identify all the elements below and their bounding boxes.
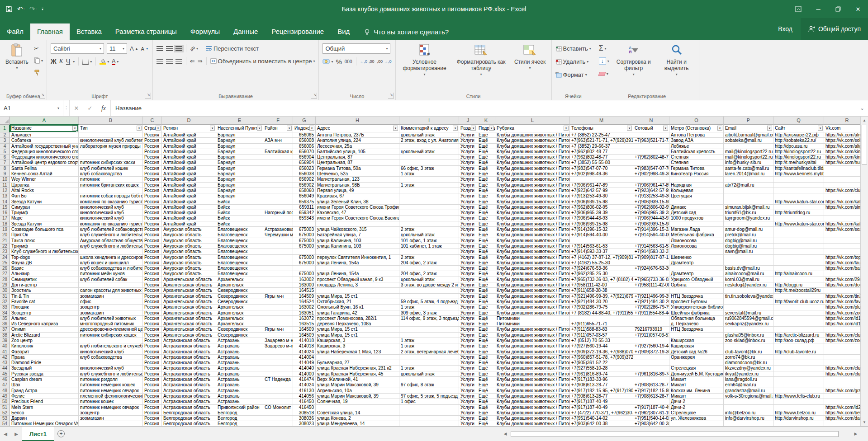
cell-L26[interactable]: Клубы домашних животных / Питомники	[495, 266, 570, 271]
cell-G28[interactable]: 163002	[293, 277, 316, 282]
cell-O43[interactable]	[669, 360, 724, 366]
cell-L43[interactable]: Клубы домашних животных / Питомники	[495, 360, 570, 366]
cell-C23[interactable]: Россия	[143, 249, 162, 254]
column-header-O[interactable]: O	[669, 117, 724, 125]
cell-E51[interactable]: Приволжский район	[216, 405, 263, 410]
cell-R2[interactable]: https://vk.com/almavet22	[824, 132, 860, 138]
cell-R29[interactable]: https://vk.com/doggi29	[824, 282, 860, 288]
cell-E47[interactable]: Астрахань	[216, 382, 263, 388]
cell-H8[interactable]: Германа Титова, 50а	[316, 166, 399, 171]
cell-E23[interactable]: Благовещенск	[216, 249, 263, 254]
cell-Q22[interactable]	[773, 244, 824, 249]
align-left-button[interactable]	[157, 56, 163, 66]
cell-Q15[interactable]	[773, 205, 824, 210]
cell-B25[interactable]: клуб кошек и шиншилл	[79, 260, 143, 266]
cell-D48[interactable]: Астраханская область	[162, 388, 216, 394]
cell-Q4[interactable]: http://dpo.asu.ru	[773, 144, 824, 149]
cell-G39[interactable]: 414018	[293, 338, 316, 343]
cell-G12[interactable]: 658060	[293, 188, 316, 193]
cell-N33[interactable]: +7(902)286-79-75	[633, 305, 669, 310]
cell-A47[interactable]: Шах	[10, 382, 79, 388]
cell-J38[interactable]: Услуги	[459, 333, 477, 338]
cell-A35[interactable]: Альянс	[10, 316, 79, 321]
filter-button[interactable]: ▾	[489, 126, 494, 131]
cell-H48[interactable]: Апрельская, 10а	[316, 388, 399, 394]
cell-N48[interactable]: +7(917)182-15-95	[633, 388, 669, 394]
row-header-40[interactable]: 40	[0, 343, 10, 349]
header-cell-O1[interactable]: Метро (Остановка)▾	[669, 125, 724, 132]
horizontal-scrollbar[interactable]: ◀ ▶	[501, 427, 860, 441]
cell-H12[interactable]: Первая улица, 49	[316, 188, 399, 193]
cell-B3[interactable]: кинологический клуб любительского собако…	[79, 138, 143, 143]
cell-A19[interactable]: Созвездие большого пса	[10, 227, 79, 232]
cell-G38[interactable]: 164509	[293, 333, 316, 338]
cell-L2[interactable]: Клубы домашних животных / Питомники	[495, 132, 570, 138]
cell-I22[interactable]: 101 кабинет, 1 этаж	[399, 244, 459, 249]
tab-page-layout[interactable]: Разметка страницы	[109, 23, 184, 40]
cell-N17[interactable]: +7(906)944-43-93	[633, 216, 669, 221]
cell-H5[interactable]: Балтийская улица, 105	[316, 149, 399, 155]
cell-H20[interactable]: Батарейная улица, 7	[316, 232, 399, 238]
font-size-combo[interactable]: 11▾	[107, 43, 127, 54]
cell-M44[interactable]: +7(927)558-10-28	[570, 366, 633, 371]
header-cell-L1[interactable]: Рубрика▾	[495, 125, 570, 132]
cell-R46[interactable]	[824, 377, 860, 382]
cell-E13[interactable]: Барнаул	[216, 193, 263, 199]
tab-home[interactable]: Главная	[30, 23, 70, 40]
cell-G42[interactable]: 414004	[293, 355, 316, 360]
column-header-M[interactable]: M	[570, 117, 633, 125]
cell-J14[interactable]: Услуги	[459, 199, 477, 205]
scroll-down-arrow[interactable]: ▼	[861, 418, 868, 426]
cell-D40[interactable]: Астраханская область	[162, 343, 216, 349]
cell-M39[interactable]: +7 (8512) 70-55-33	[570, 338, 633, 343]
cell-I9[interactable]: 1 этаж	[399, 171, 459, 177]
cell-J40[interactable]: Услуги	[459, 343, 477, 349]
cell-M16[interactable]: +7(906)965-39-39	[570, 210, 633, 216]
row-header-45[interactable]: 45	[0, 371, 10, 377]
cell-I29[interactable]: 3 этаж, во дворе между 2 и 3 п	[399, 282, 459, 288]
cell-R4[interactable]: https://vk.com/altgu	[824, 144, 860, 149]
cell-M5[interactable]: +7(962)802-48-77	[570, 149, 633, 155]
cell-J9[interactable]: Услуги	[459, 171, 477, 177]
cell-P14[interactable]	[724, 199, 773, 205]
cell-L20[interactable]: Клубы домашних животных / Питомники	[495, 232, 570, 238]
cell-L37[interactable]: Клубы домашних животных / Питомники	[495, 327, 570, 332]
cell-C54[interactable]: Россия	[143, 421, 162, 426]
cell-B27[interactable]: питомник мейн-кунов	[79, 271, 143, 277]
cell-R49[interactable]	[824, 394, 860, 399]
cell-K25[interactable]: Ещё	[477, 260, 495, 266]
row-header-51[interactable]: 51	[0, 405, 10, 410]
cell-A50[interactable]: Precious Friend	[10, 399, 79, 404]
cell-N39[interactable]	[633, 338, 669, 343]
cell-K42[interactable]: Ещё	[477, 355, 495, 360]
cell-M10[interactable]	[570, 177, 633, 182]
cell-A20[interactable]: Прит.Ок	[10, 232, 79, 238]
cell-K36[interactable]: Ещё	[477, 321, 495, 327]
cell-L32[interactable]: Клубы домашних животных / Питомники	[495, 299, 570, 305]
cell-O36[interactable]: д. Перхачево	[669, 321, 724, 327]
cell-N19[interactable]: +7(914)396-15-32	[633, 227, 669, 232]
cell-D7[interactable]: Алтайский край	[162, 160, 216, 165]
cell-J22[interactable]: Услуги	[459, 244, 477, 249]
cell-B2[interactable]	[79, 132, 143, 138]
cell-P54[interactable]	[724, 421, 773, 426]
cell-D2[interactable]: Алтайский край	[162, 132, 216, 138]
cell-styles-button[interactable]: Стили ячеек ▾	[512, 42, 548, 73]
cell-O48[interactable]: Колхоз им. Ленина	[669, 388, 724, 394]
cell-A44[interactable]: Звездный	[10, 366, 79, 371]
cell-Q47[interactable]	[773, 382, 824, 388]
cell-F44[interactable]	[263, 366, 293, 371]
cell-E11[interactable]: Барнаул	[216, 183, 263, 188]
cell-J15[interactable]: Услуги	[459, 205, 477, 210]
cell-J36[interactable]: Услуги	[459, 321, 477, 327]
cell-C33[interactable]: Россия	[143, 305, 162, 310]
cell-R37[interactable]	[824, 327, 860, 332]
row-header-9[interactable]: 9	[0, 171, 10, 177]
cell-M4[interactable]: +7 (3852) 29-66-37	[570, 144, 633, 149]
cell-M40[interactable]: +7(927)560-19-44	[570, 343, 633, 349]
cell-O24[interactable]: Шевченко	[669, 255, 724, 260]
cell-C16[interactable]: Россия	[143, 210, 162, 216]
cell-D19[interactable]: Амурская область	[162, 227, 216, 232]
cell-P11[interactable]: atv72@mail.ru	[724, 183, 773, 188]
cell-Q49[interactable]: http://www.felis-club.ru	[773, 394, 824, 399]
